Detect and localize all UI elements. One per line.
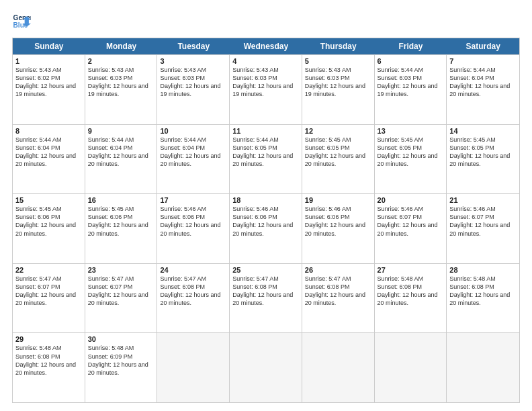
calendar-cell: 10Sunrise: 5:44 AMSunset: 6:04 PMDayligh… xyxy=(157,125,230,194)
calendar-cell: 3Sunrise: 5:43 AMSunset: 6:03 PMDaylight… xyxy=(157,55,230,124)
day-info: Sunrise: 5:47 AMSunset: 6:08 PMDaylight:… xyxy=(232,275,299,308)
day-number: 5 xyxy=(305,57,371,65)
calendar-cell: 13Sunrise: 5:45 AMSunset: 6:05 PMDayligh… xyxy=(375,125,447,194)
day-of-week-sunday: Sunday xyxy=(13,38,85,54)
day-info: Sunrise: 5:46 AMSunset: 6:07 PMDaylight:… xyxy=(449,205,517,238)
calendar-cell: 25Sunrise: 5:47 AMSunset: 6:08 PMDayligh… xyxy=(230,264,302,333)
day-info: Sunrise: 5:45 AMSunset: 6:05 PMDaylight:… xyxy=(305,136,371,169)
logo: General Blue xyxy=(12,12,31,31)
calendar-row-2: 8Sunrise: 5:44 AMSunset: 6:04 PMDaylight… xyxy=(13,124,519,194)
calendar-cell: 18Sunrise: 5:46 AMSunset: 6:06 PMDayligh… xyxy=(230,194,302,263)
day-info: Sunrise: 5:47 AMSunset: 6:08 PMDaylight:… xyxy=(305,275,371,308)
day-info: Sunrise: 5:43 AMSunset: 6:03 PMDaylight:… xyxy=(232,66,299,99)
calendar-cell: 1Sunrise: 5:43 AMSunset: 6:02 PMDaylight… xyxy=(13,55,85,124)
day-number: 11 xyxy=(232,127,299,135)
day-number: 28 xyxy=(449,266,517,274)
day-info: Sunrise: 5:45 AMSunset: 6:06 PMDaylight:… xyxy=(15,205,82,238)
calendar-cell: 21Sunrise: 5:46 AMSunset: 6:07 PMDayligh… xyxy=(447,194,519,263)
day-info: Sunrise: 5:48 AMSunset: 6:09 PMDaylight:… xyxy=(88,344,154,377)
calendar-cell: 17Sunrise: 5:46 AMSunset: 6:06 PMDayligh… xyxy=(157,194,230,263)
calendar-cell: 8Sunrise: 5:44 AMSunset: 6:04 PMDaylight… xyxy=(13,125,85,194)
calendar-cell: 20Sunrise: 5:46 AMSunset: 6:07 PMDayligh… xyxy=(375,194,447,263)
day-info: Sunrise: 5:44 AMSunset: 6:04 PMDaylight:… xyxy=(160,136,226,169)
day-info: Sunrise: 5:48 AMSunset: 6:08 PMDaylight:… xyxy=(378,275,444,308)
day-number: 15 xyxy=(15,196,82,204)
calendar-row-1: 1Sunrise: 5:43 AMSunset: 6:02 PMDaylight… xyxy=(13,54,519,124)
calendar-cell: 15Sunrise: 5:45 AMSunset: 6:06 PMDayligh… xyxy=(13,194,85,263)
day-number: 7 xyxy=(449,57,517,65)
calendar-cell xyxy=(157,333,230,402)
calendar-cell xyxy=(230,333,302,402)
calendar-cell: 29Sunrise: 5:48 AMSunset: 6:08 PMDayligh… xyxy=(13,333,85,402)
day-number: 10 xyxy=(160,127,226,135)
day-info: Sunrise: 5:43 AMSunset: 6:03 PMDaylight:… xyxy=(160,66,226,99)
day-of-week-saturday: Saturday xyxy=(447,38,519,54)
day-number: 23 xyxy=(88,266,154,274)
calendar-cell: 7Sunrise: 5:44 AMSunset: 6:04 PMDaylight… xyxy=(447,55,519,124)
day-number: 21 xyxy=(449,196,517,204)
calendar-cell: 30Sunrise: 5:48 AMSunset: 6:09 PMDayligh… xyxy=(85,333,158,402)
logo-icon: General Blue xyxy=(12,12,31,31)
calendar-body: 1Sunrise: 5:43 AMSunset: 6:02 PMDaylight… xyxy=(13,54,519,402)
calendar-cell: 5Sunrise: 5:43 AMSunset: 6:03 PMDaylight… xyxy=(302,55,375,124)
calendar-cell: 11Sunrise: 5:44 AMSunset: 6:05 PMDayligh… xyxy=(230,125,302,194)
calendar-cell: 24Sunrise: 5:47 AMSunset: 6:08 PMDayligh… xyxy=(157,264,230,333)
calendar-cell: 16Sunrise: 5:45 AMSunset: 6:06 PMDayligh… xyxy=(85,194,158,263)
day-number: 24 xyxy=(160,266,226,274)
calendar-cell: 4Sunrise: 5:43 AMSunset: 6:03 PMDaylight… xyxy=(230,55,302,124)
day-number: 13 xyxy=(378,127,444,135)
calendar-cell: 22Sunrise: 5:47 AMSunset: 6:07 PMDayligh… xyxy=(13,264,85,333)
calendar-cell xyxy=(302,333,375,402)
day-info: Sunrise: 5:45 AMSunset: 6:06 PMDaylight:… xyxy=(88,205,154,238)
day-number: 12 xyxy=(305,127,371,135)
day-number: 26 xyxy=(305,266,371,274)
day-number: 14 xyxy=(449,127,517,135)
day-info: Sunrise: 5:47 AMSunset: 6:07 PMDaylight:… xyxy=(88,275,154,308)
day-info: Sunrise: 5:47 AMSunset: 6:07 PMDaylight:… xyxy=(15,275,82,308)
day-of-week-monday: Monday xyxy=(85,38,158,54)
day-info: Sunrise: 5:44 AMSunset: 6:04 PMDaylight:… xyxy=(449,66,517,99)
day-number: 6 xyxy=(378,57,444,65)
day-number: 16 xyxy=(88,196,154,204)
day-of-week-tuesday: Tuesday xyxy=(157,38,230,54)
day-number: 4 xyxy=(232,57,299,65)
day-info: Sunrise: 5:43 AMSunset: 6:03 PMDaylight:… xyxy=(305,66,371,99)
calendar-row-5: 29Sunrise: 5:48 AMSunset: 6:08 PMDayligh… xyxy=(13,332,519,402)
day-info: Sunrise: 5:43 AMSunset: 6:03 PMDaylight:… xyxy=(88,66,154,99)
day-number: 22 xyxy=(15,266,82,274)
page-header: General Blue xyxy=(12,12,520,31)
day-info: Sunrise: 5:44 AMSunset: 6:03 PMDaylight:… xyxy=(378,66,444,99)
calendar-row-3: 15Sunrise: 5:45 AMSunset: 6:06 PMDayligh… xyxy=(13,193,519,263)
calendar-cell: 12Sunrise: 5:45 AMSunset: 6:05 PMDayligh… xyxy=(302,125,375,194)
day-info: Sunrise: 5:48 AMSunset: 6:08 PMDaylight:… xyxy=(15,344,82,377)
day-number: 29 xyxy=(15,335,82,343)
calendar-cell: 6Sunrise: 5:44 AMSunset: 6:03 PMDaylight… xyxy=(375,55,447,124)
day-info: Sunrise: 5:47 AMSunset: 6:08 PMDaylight:… xyxy=(160,275,226,308)
day-info: Sunrise: 5:46 AMSunset: 6:07 PMDaylight:… xyxy=(378,205,444,238)
day-info: Sunrise: 5:44 AMSunset: 6:05 PMDaylight:… xyxy=(232,136,299,169)
day-number: 1 xyxy=(15,57,82,65)
day-info: Sunrise: 5:46 AMSunset: 6:06 PMDaylight:… xyxy=(232,205,299,238)
day-of-week-wednesday: Wednesday xyxy=(230,38,302,54)
day-info: Sunrise: 5:44 AMSunset: 6:04 PMDaylight:… xyxy=(88,136,154,169)
day-number: 19 xyxy=(305,196,371,204)
calendar-cell: 28Sunrise: 5:48 AMSunset: 6:08 PMDayligh… xyxy=(447,264,519,333)
day-number: 18 xyxy=(232,196,299,204)
day-number: 17 xyxy=(160,196,226,204)
day-of-week-friday: Friday xyxy=(375,38,447,54)
day-info: Sunrise: 5:48 AMSunset: 6:08 PMDaylight:… xyxy=(449,275,517,308)
calendar-cell: 14Sunrise: 5:45 AMSunset: 6:05 PMDayligh… xyxy=(447,125,519,194)
day-info: Sunrise: 5:46 AMSunset: 6:06 PMDaylight:… xyxy=(305,205,371,238)
day-number: 8 xyxy=(15,127,82,135)
calendar-cell: 26Sunrise: 5:47 AMSunset: 6:08 PMDayligh… xyxy=(302,264,375,333)
day-info: Sunrise: 5:45 AMSunset: 6:05 PMDaylight:… xyxy=(449,136,517,169)
calendar: SundayMondayTuesdayWednesdayThursdayFrid… xyxy=(12,38,520,403)
day-info: Sunrise: 5:45 AMSunset: 6:05 PMDaylight:… xyxy=(378,136,444,169)
day-number: 27 xyxy=(378,266,444,274)
day-number: 30 xyxy=(88,335,154,343)
day-number: 20 xyxy=(378,196,444,204)
day-info: Sunrise: 5:44 AMSunset: 6:04 PMDaylight:… xyxy=(15,136,82,169)
day-number: 2 xyxy=(88,57,154,65)
calendar-cell: 23Sunrise: 5:47 AMSunset: 6:07 PMDayligh… xyxy=(85,264,158,333)
day-info: Sunrise: 5:46 AMSunset: 6:06 PMDaylight:… xyxy=(160,205,226,238)
